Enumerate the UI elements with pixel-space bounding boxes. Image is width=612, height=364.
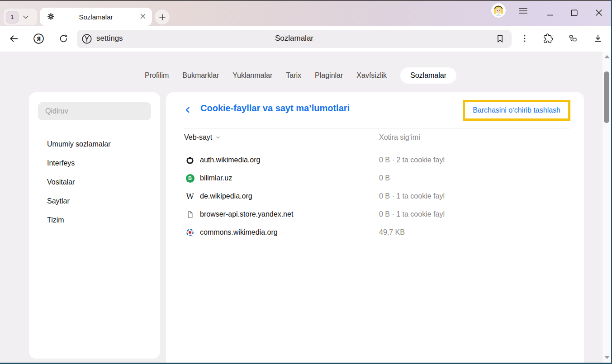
tab-plaginlar[interactable]: Plaginlar: [315, 71, 343, 80]
site-storage: 49,7 KB: [379, 223, 405, 241]
scrollbar-thumb[interactable]: [604, 71, 609, 123]
site-domain: commons.wikimedia.org: [200, 223, 278, 241]
site-domain: auth.wikimedia.org: [200, 151, 260, 169]
sidebar-item-interfeys[interactable]: Interfeys: [29, 154, 160, 173]
panel-header: Cookie-fayllar va sayt maʼlumotlari Barc…: [166, 92, 584, 128]
yandex-logo-icon[interactable]: Я: [33, 33, 44, 44]
site-storage: 0 B · 1 ta cookie fayl: [379, 205, 445, 223]
gear-icon: [47, 13, 55, 22]
downloads-icon[interactable]: [593, 33, 603, 43]
tab-profilim[interactable]: Profilim: [145, 71, 169, 80]
chevron-down-icon: [23, 15, 29, 19]
passwords-icon[interactable]: [568, 33, 578, 43]
tab-tarix[interactable]: Tarix: [286, 71, 301, 80]
settings-sidebar: Umumiy sozlamalar Interfeys Vositalar Sa…: [29, 92, 160, 359]
tab-list-button[interactable]: 1: [4, 9, 37, 25]
window-border: [0, 0, 612, 1]
site-domain: bilimlar.uz: [200, 169, 232, 187]
back-icon[interactable]: [9, 33, 19, 44]
commons-icon: [185, 228, 195, 237]
tab-count-badge: 1: [6, 11, 19, 24]
site-column-label: Veb-sayt: [184, 133, 212, 142]
header-back-icon[interactable]: [184, 106, 191, 113]
minimize-icon[interactable]: [544, 6, 556, 19]
table-row[interactable]: W de.wikipedia.org 0 B · 1 ta cookie fay…: [166, 187, 584, 205]
tab-settings[interactable]: Sozlamalar: [40, 8, 152, 26]
site-domain: de.wikipedia.org: [200, 187, 252, 205]
sidebar-item-tizim[interactable]: Tizim: [29, 211, 160, 230]
sort-by-site-button[interactable]: Veb-sayt: [184, 128, 221, 147]
divider: [38, 130, 151, 130]
tab-bukmarklar[interactable]: Bukmarklar: [182, 71, 219, 80]
sidebar-item-vositalar[interactable]: Vositalar: [29, 173, 160, 192]
settings-nav-tabs: Profilim Bukmarklar Yuklanmalar Tarix Pl…: [0, 67, 585, 84]
address-bar[interactable]: settings Sozlamalar: [77, 30, 512, 48]
site-storage: 0 B · 2 ta cookie fayl: [379, 151, 445, 169]
bookmark-icon[interactable]: [495, 33, 505, 44]
maximize-icon[interactable]: [568, 6, 580, 19]
browser-window: 1 Sozlamalar: [0, 0, 612, 364]
close-icon[interactable]: [140, 13, 146, 19]
cookies-panel: Cookie-fayllar va sayt maʼlumotlari Barc…: [166, 92, 584, 364]
panel-title: Cookie-fayllar va sayt maʼlumotlari: [200, 103, 350, 113]
scroll-down-icon[interactable]: [604, 356, 610, 359]
page-title: Sozlamalar: [77, 34, 512, 43]
site-storage: 0 B · 1 ta cookie fayl: [379, 187, 445, 205]
new-tab-button[interactable]: [155, 9, 170, 24]
hamburger-menu-icon[interactable]: [518, 7, 528, 17]
tab-xavfsizlik[interactable]: Xavfsizlik: [356, 71, 387, 80]
search-input[interactable]: [38, 102, 151, 120]
tab-title: Sozlamalar: [40, 13, 152, 21]
site-storage: 0 B: [379, 169, 390, 187]
kebab-menu-icon[interactable]: [520, 33, 530, 43]
table-header: Veb-sayt Xotira sigʻimi: [166, 128, 584, 147]
sidebar-item-umumiy-sozlamalar[interactable]: Umumiy sozlamalar: [29, 135, 160, 154]
close-icon[interactable]: [593, 6, 605, 19]
browser-toolbar: Я settings Sozlamalar: [0, 26, 612, 52]
site-list: auth.wikimedia.org 0 B · 2 ta cookie fay…: [166, 151, 584, 241]
settings-page: Profilim Bukmarklar Yuklanmalar Tarix Pl…: [0, 52, 612, 364]
table-row[interactable]: B bilimlar.uz 0 B: [166, 169, 584, 187]
tab-sozlamalar[interactable]: Sozlamalar: [400, 67, 456, 84]
wikipedia-w-icon: W: [185, 192, 195, 201]
scroll-up-icon[interactable]: [604, 55, 610, 58]
site-domain: browser-api.store.yandex.net: [200, 205, 293, 223]
table-row[interactable]: browser-api.store.yandex.net 0 B · 1 ta …: [166, 205, 584, 223]
sidebar-item-saytlar[interactable]: Saytlar: [29, 192, 160, 211]
reload-icon[interactable]: [58, 33, 69, 44]
tab-strip: 1 Sozlamalar: [0, 0, 612, 26]
svg-text:Я: Я: [37, 36, 41, 42]
table-row[interactable]: auth.wikimedia.org 0 B · 2 ta cookie fay…: [166, 151, 584, 169]
delete-all-button[interactable]: Barchasini oʻchirib tashlash: [463, 100, 570, 121]
bilimlar-b-icon: B: [185, 174, 195, 183]
user-avatar[interactable]: [491, 3, 506, 18]
extensions-icon[interactable]: [543, 33, 553, 43]
tab-yuklanmalar[interactable]: Yuklanmalar: [232, 71, 272, 80]
document-icon: [185, 210, 195, 219]
sort-chevron-icon: [215, 135, 221, 140]
wikimedia-icon: [185, 156, 195, 165]
sidebar-list: Umumiy sozlamalar Interfeys Vositalar Sa…: [29, 135, 160, 230]
table-row[interactable]: commons.wikimedia.org 49,7 KB: [166, 223, 584, 241]
size-column-label: Xotira sigʻimi: [379, 128, 420, 147]
scrollbar[interactable]: [603, 52, 611, 363]
